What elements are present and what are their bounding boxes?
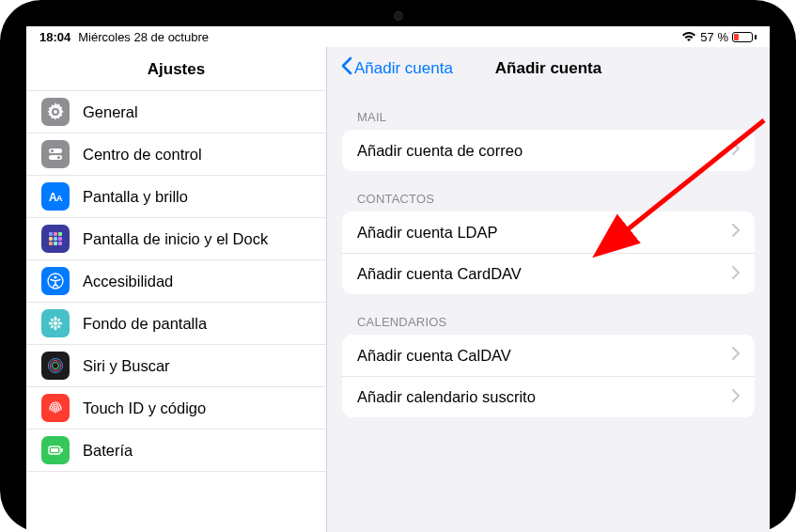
section-group-calendars: Añadir cuenta CalDAV Añadir calendario s… [342, 335, 755, 417]
section-header-contacts: CONTACTOS [342, 171, 755, 211]
sidebar-item-control-center[interactable]: Centro de control [26, 133, 326, 176]
sidebar-item-label: Pantalla de inicio y el Dock [83, 230, 268, 248]
svg-point-25 [50, 324, 55, 329]
svg-rect-31 [51, 448, 58, 452]
battery-icon [41, 436, 70, 464]
flower-icon [41, 309, 70, 337]
svg-point-17 [54, 321, 57, 325]
battery-percent: 57 % [700, 30, 728, 44]
svg-point-22 [50, 318, 55, 322]
sidebar-title: Ajustes [26, 47, 326, 90]
section-header-calendars: CALENDARIOS [342, 294, 755, 335]
svg-point-20 [49, 321, 54, 324]
status-time: 18:04 [39, 30, 70, 44]
svg-rect-13 [54, 242, 57, 245]
svg-rect-6 [49, 232, 53, 236]
svg-rect-9 [49, 237, 53, 241]
battery-icon [732, 32, 757, 42]
svg-rect-8 [58, 232, 62, 236]
text-size-icon: AA [41, 182, 70, 211]
row-label: Añadir cuenta de correo [357, 142, 523, 160]
gear-icon [41, 98, 70, 126]
section-group-contacts: Añadir cuenta LDAP Añadir cuenta CardDAV [342, 211, 755, 294]
sidebar-item-display-brightness[interactable]: AA Pantalla y brillo [26, 176, 326, 218]
svg-rect-7 [54, 232, 57, 236]
back-button-label: Añadir cuenta [354, 59, 453, 78]
svg-rect-14 [58, 242, 62, 245]
person-icon [41, 267, 70, 295]
svg-point-19 [54, 326, 56, 331]
sidebar-item-label: Fondo de pantalla [83, 315, 207, 333]
screen: 18:04 Miércoles 28 de octubre 57 % Ajust… [26, 26, 770, 532]
wifi-icon [681, 31, 696, 42]
svg-rect-12 [49, 242, 53, 245]
chevron-right-icon [732, 266, 740, 283]
sidebar-item-siri-search[interactable]: Siri y Buscar [26, 345, 326, 387]
sidebar-item-general[interactable]: General [26, 91, 326, 133]
sidebar-item-wallpaper[interactable]: Fondo de pantalla [26, 303, 326, 345]
row-add-carddav[interactable]: Añadir cuenta CardDAV [342, 253, 755, 294]
svg-point-23 [56, 324, 61, 329]
siri-icon [41, 352, 70, 380]
sidebar-item-battery[interactable]: Batería [26, 430, 326, 472]
sidebar-item-label: Siri y Buscar [83, 357, 170, 375]
svg-point-24 [56, 318, 61, 322]
sidebar-item-touchid-code[interactable]: Touch ID y código [26, 387, 326, 430]
svg-point-28 [53, 363, 59, 369]
chevron-right-icon [732, 347, 740, 364]
svg-point-18 [54, 317, 56, 321]
row-add-subscribed-calendar[interactable]: Añadir calendario suscrito [342, 376, 755, 417]
svg-rect-11 [58, 237, 62, 241]
sidebar-item-home-dock[interactable]: Pantalla de inicio y el Dock [26, 218, 326, 260]
sidebar-item-label: Pantalla y brillo [83, 188, 188, 206]
toggles-icon [41, 140, 70, 168]
sidebar-item-label: Touch ID y código [83, 399, 206, 417]
chevron-right-icon [732, 224, 740, 241]
status-bar: 18:04 Miércoles 28 de octubre 57 % [26, 26, 770, 47]
status-date: Miércoles 28 de octubre [78, 30, 209, 44]
settings-sidebar: Ajustes General Centro de control [26, 47, 327, 532]
back-button[interactable]: Añadir cuenta [340, 56, 453, 80]
svg-point-21 [58, 321, 63, 324]
svg-point-1 [51, 149, 54, 152]
sidebar-list: General Centro de control AA Pantalla y … [26, 90, 326, 532]
front-camera [394, 11, 403, 21]
chevron-right-icon [732, 389, 740, 406]
section-header-mail: MAIL [342, 89, 755, 130]
row-label: Añadir cuenta LDAP [357, 224, 498, 242]
chevron-left-icon [340, 56, 352, 80]
row-add-ldap[interactable]: Añadir cuenta LDAP [342, 211, 755, 253]
sidebar-item-label: Accesibilidad [83, 273, 173, 290]
svg-point-3 [57, 156, 60, 159]
sidebar-item-label: Centro de control [83, 146, 202, 164]
detail-header: Añadir cuenta Añadir cuenta [327, 47, 770, 89]
sidebar-item-accessibility[interactable]: Accesibilidad [26, 260, 326, 303]
row-add-mail-account[interactable]: Añadir cuenta de correo [342, 130, 755, 171]
device-frame: 18:04 Miércoles 28 de octubre 57 % Ajust… [0, 0, 796, 532]
row-label: Añadir cuenta CalDAV [357, 347, 511, 365]
svg-rect-10 [54, 237, 57, 241]
section-group-mail: Añadir cuenta de correo [342, 130, 755, 171]
row-label: Añadir calendario suscrito [357, 388, 536, 406]
svg-rect-30 [61, 448, 63, 452]
sidebar-item-label: General [83, 103, 138, 121]
detail-pane: Añadir cuenta Añadir cuenta MAIL Añadir … [327, 47, 770, 532]
svg-text:A: A [56, 194, 63, 203]
row-add-caldav[interactable]: Añadir cuenta CalDAV [342, 335, 755, 376]
row-label: Añadir cuenta CardDAV [357, 265, 522, 283]
chevron-right-icon [732, 142, 740, 159]
grid-icon [41, 225, 70, 253]
sidebar-item-label: Batería [83, 442, 133, 460]
svg-point-16 [54, 275, 56, 278]
detail-title: Añadir cuenta [495, 59, 601, 78]
fingerprint-icon [41, 394, 70, 422]
